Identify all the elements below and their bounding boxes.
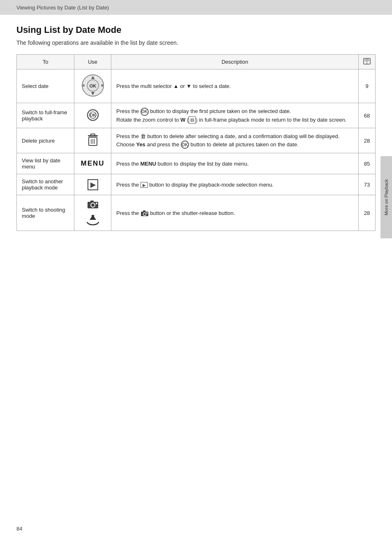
main-content: Using List by Date Mode The following op…	[16, 15, 376, 540]
row-desc-menu: Press the MENU button to display the lis…	[111, 153, 359, 174]
svg-rect-29	[92, 215, 94, 220]
camera-shutter-container	[79, 199, 106, 226]
camera-icon	[87, 199, 99, 209]
svg-rect-26	[90, 201, 94, 202]
side-tab-label: More on Playback	[384, 179, 389, 215]
table-row: Switch to full-frame playback OK Press t…	[17, 103, 376, 128]
row-use-menu: MENU	[74, 153, 111, 174]
page-title: Using List by Date Mode	[16, 25, 376, 35]
side-tab: More on Playback	[380, 156, 392, 238]
operations-table: To Use Description	[16, 54, 376, 231]
row-use-playback: ▶	[74, 174, 111, 195]
header-bar: Viewing Pictures by Date (List by Date)	[0, 0, 392, 15]
col-header-use: Use	[74, 55, 111, 69]
page-number: 84	[16, 526, 22, 532]
row-to-fullframe: Switch to full-frame playback	[17, 103, 74, 128]
trash-icon	[87, 133, 99, 147]
row-use-delete	[74, 128, 111, 153]
table-row: Switch to shooting mode	[17, 195, 376, 231]
svg-rect-32	[143, 210, 145, 212]
row-to-delete: Delete picture	[17, 128, 74, 153]
col-header-ref	[359, 55, 376, 69]
row-desc-playback: Press the ▶ button to display the playba…	[111, 174, 359, 195]
row-ref-delete: 28	[359, 128, 376, 153]
svg-point-12	[101, 84, 104, 87]
svg-text:OK: OK	[90, 113, 96, 118]
w-inline-icon: ⊟	[189, 116, 196, 124]
svg-point-11	[82, 84, 85, 87]
camera-inline-icon	[141, 210, 149, 217]
menu-text-icon: MENU	[81, 159, 104, 168]
header-title: Viewing Pictures by Date (List by Date)	[16, 5, 109, 11]
col-header-desc: Description	[111, 55, 359, 69]
row-ref-select-date: 9	[359, 69, 376, 103]
svg-text:▲: ▲	[91, 76, 94, 78]
table-row: View list by date menu MENU Press the ME…	[17, 153, 376, 174]
page-container: Viewing Pictures by Date (List by Date) …	[0, 0, 392, 540]
ok-dial-icon: OK ▲ ▼	[81, 74, 105, 97]
row-to-shooting: Switch to shooting mode	[17, 195, 74, 231]
row-ref-playback: 73	[359, 174, 376, 195]
row-use-shooting	[74, 195, 111, 231]
table-row: Delete picture	[17, 128, 376, 153]
row-desc-fullframe: Press the OK button to display the first…	[111, 103, 359, 128]
svg-text:▼: ▼	[91, 92, 94, 95]
shutter-icon	[85, 212, 101, 226]
book-icon	[363, 58, 371, 65]
row-ref-shooting: 28	[359, 195, 376, 231]
svg-point-33	[146, 212, 148, 214]
row-desc-delete: Press the 🗑 button to delete after selec…	[111, 128, 359, 153]
row-desc-select-date: Press the multi selector ▲ or ▼ to selec…	[111, 69, 359, 103]
row-to-select-date: Select date	[17, 69, 74, 103]
page-subtitle: The following operations are available i…	[16, 39, 376, 46]
svg-text:OK: OK	[89, 83, 96, 88]
row-to-playback: Switch to another playback mode	[17, 174, 74, 195]
col-header-to: To	[17, 55, 74, 69]
ok-circle-icon: OK	[86, 108, 99, 122]
table-row: Switch to another playback mode ▶ Press …	[17, 174, 376, 195]
row-ref-fullframe: 68	[359, 103, 376, 128]
svg-point-27	[96, 203, 97, 204]
row-use-select-date: OK ▲ ▼	[74, 69, 111, 103]
row-to-menu: View list by date menu	[17, 153, 74, 174]
playback-inline-icon: ▶	[141, 182, 148, 188]
ok-inline-icon2: OK	[181, 141, 189, 149]
row-desc-shooting: Press the button or the shutter-release …	[111, 195, 359, 231]
svg-rect-19	[91, 134, 95, 136]
row-use-fullframe: OK	[74, 103, 111, 128]
row-ref-menu: 85	[359, 153, 376, 174]
table-row: Select date OK	[17, 69, 376, 103]
playback-button-icon: ▶	[88, 179, 98, 190]
ok-inline-icon: OK	[141, 108, 149, 116]
